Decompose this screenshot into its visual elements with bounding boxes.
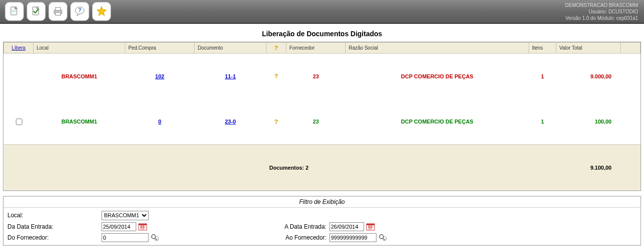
- summary-total: 9.100,00: [556, 145, 621, 190]
- header-version: Versão 1.0 do Módulo: cep031a1: [565, 15, 638, 21]
- lookup-icon[interactable]: [151, 233, 160, 242]
- cell-razao-social: DCP COMERCIO DE PEÇAS: [346, 99, 529, 145]
- filter-do-forn-label: Do Fornecedor:: [7, 234, 102, 241]
- filter-local-select[interactable]: BRASCOMM1: [102, 211, 149, 220]
- row-help-icon[interactable]: ?: [274, 118, 278, 126]
- table-row: BRASCOMM1 102 11-1 ? 23 DCP COMERCIO DE …: [4, 54, 641, 99]
- page-title: Liberação de Documentos Digitados: [0, 24, 644, 42]
- cell-itens: 1: [529, 99, 556, 145]
- col-local: Local: [34, 43, 125, 54]
- col-ped-compra: Ped.Compra: [125, 43, 195, 54]
- filter-da-data-input[interactable]: [102, 222, 136, 231]
- row-checkbox[interactable]: [16, 119, 22, 125]
- col-documento: Documento: [195, 43, 267, 54]
- header-info: DEMONSTRACAO BRASCOMM Usuário: DCUSTODIO…: [565, 2, 638, 21]
- col-itens: Itens: [529, 43, 556, 54]
- svg-line-25: [383, 238, 385, 240]
- new-document-button[interactable]: [5, 2, 24, 21]
- lookup-icon[interactable]: [378, 233, 387, 242]
- cell-fornecedor: 23: [286, 54, 346, 99]
- help-bubble-icon: ?: [74, 5, 86, 17]
- cell-fornecedor: 23: [286, 99, 346, 145]
- print-button[interactable]: [49, 2, 67, 21]
- svg-rect-10: [139, 224, 147, 225]
- svg-rect-1: [12, 10, 16, 10]
- filter-section: Filtro de Exibição Local: BRASCOMM1 Da D…: [3, 196, 641, 246]
- col-help-icon[interactable]: ?: [274, 44, 278, 52]
- calendar-icon[interactable]: [366, 222, 375, 231]
- filter-local-label: Local:: [7, 212, 102, 219]
- cell-itens: 1: [529, 54, 556, 99]
- cell-valor-total: 100,00: [556, 99, 621, 145]
- summary-row: Documentos: 2 9.100,00: [4, 145, 641, 190]
- cell-local: BRASCOMM1: [34, 99, 125, 145]
- cell-valor-total: 9.000,00: [556, 54, 621, 99]
- table-header-row: Libera Local Ped.Compra Documento ? Forn…: [4, 43, 641, 54]
- calendar-icon[interactable]: [138, 222, 147, 231]
- svg-rect-2: [12, 11, 16, 12]
- help-button[interactable]: ?: [70, 2, 89, 21]
- col-fornecedor: Fornecedor: [286, 43, 346, 54]
- header-user: Usuário: DCUSTODIO: [565, 8, 638, 15]
- filter-do-forn-input[interactable]: [102, 233, 149, 242]
- star-icon: [96, 5, 107, 17]
- summary-docs: Documentos: 2: [267, 145, 529, 190]
- col-libera-link[interactable]: Libera: [12, 45, 26, 51]
- confirm-button[interactable]: [27, 2, 46, 21]
- svg-text:?: ?: [78, 7, 81, 13]
- top-toolbar: ? DEMONSTRACAO BRASCOMM Usuário: DCUSTOD…: [0, 0, 644, 24]
- filter-a-data-input[interactable]: [329, 222, 364, 231]
- favorite-button[interactable]: [92, 2, 111, 21]
- svg-line-22: [155, 238, 157, 240]
- documents-table-wrap: Libera Local Ped.Compra Documento ? Forn…: [3, 42, 641, 191]
- table-row: BRASCOMM1 0 23-0 ? 23 DCP COMERCIO DE PE…: [4, 99, 641, 145]
- filter-a-data-label: A Data Entrada:: [265, 223, 329, 230]
- filter-ao-forn-input[interactable]: [329, 233, 376, 242]
- cell-ped-compra-link[interactable]: 102: [155, 73, 164, 79]
- svg-rect-16: [367, 224, 375, 225]
- cell-documento-link[interactable]: 11-1: [225, 73, 236, 79]
- filter-ao-forn-label: Ao Fornecedor:: [265, 234, 329, 241]
- svg-rect-6: [55, 12, 60, 15]
- document-icon: [8, 5, 20, 17]
- col-razao-social: Razão Social: [346, 43, 529, 54]
- filter-title: Filtro de Exibição: [3, 196, 641, 208]
- cell-local: BRASCOMM1: [34, 54, 125, 99]
- col-spacer: [621, 43, 641, 54]
- printer-icon: [52, 5, 64, 17]
- filter-da-data-label: Da Data Entrada:: [7, 223, 102, 230]
- header-company: DEMONSTRACAO BRASCOMM: [565, 2, 638, 8]
- row-help-icon[interactable]: ?: [274, 72, 278, 80]
- svg-rect-5: [55, 7, 60, 10]
- col-valor-total: Valor Total: [556, 43, 621, 54]
- cell-ped-compra-link[interactable]: 0: [158, 119, 161, 125]
- cell-documento-link[interactable]: 23-0: [225, 119, 236, 125]
- documents-table: Libera Local Ped.Compra Documento ? Forn…: [3, 42, 641, 190]
- cell-razao-social: DCP COMERCIO DE PEÇAS: [346, 54, 529, 99]
- check-icon: [30, 5, 42, 17]
